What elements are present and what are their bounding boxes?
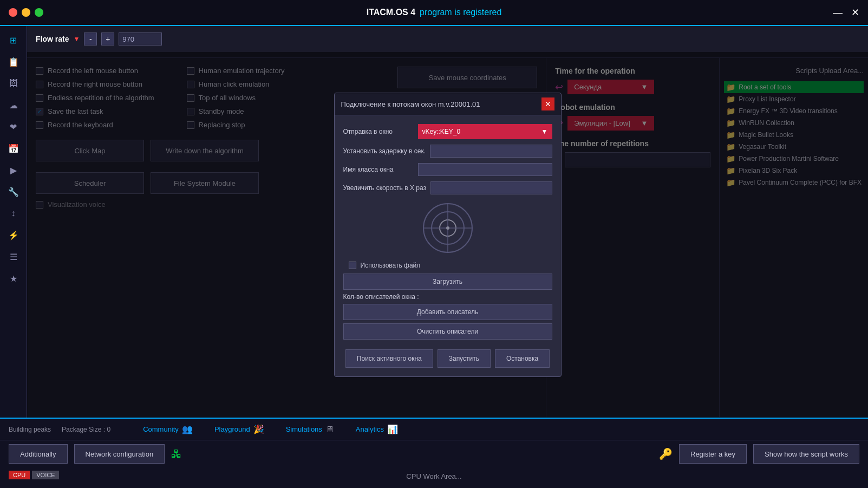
modal-clear-button[interactable]: Очистить описатели: [343, 323, 552, 340]
modal-delay-row: Установить задержку в сек.: [343, 145, 552, 158]
modal-search-button[interactable]: Поиск активного окна: [345, 349, 433, 368]
cpu-badge: CPU: [9, 471, 30, 479]
sidebar-icon-list[interactable]: ☰: [4, 247, 23, 266]
sidebar-icon-calendar[interactable]: 📅: [4, 139, 23, 158]
bottom-nav-items: Community 👥 Playground 🎉 Simulations 🖥 A…: [143, 424, 398, 434]
modal-class-row: Имя класса окна: [343, 163, 552, 176]
sidebar-icon-grid[interactable]: ⊞: [4, 30, 23, 50]
modal-body: Отправка в окно vKey::KEY_0 ▼ Установить…: [335, 115, 561, 376]
network-icon: 🖧: [171, 448, 182, 460]
modal-dialog: Подключение к потокам окон m.v.20001.01 …: [334, 93, 562, 377]
modal-header: Подключение к потокам окон m.v.20001.01 …: [335, 93, 561, 115]
playground-icon: 🎉: [253, 424, 264, 434]
flow-value-input[interactable]: [119, 32, 162, 45]
playground-label: Playground: [214, 425, 250, 433]
modal-use-file-row: Использовать файл: [343, 262, 552, 269]
crosshair-container: [343, 201, 552, 255]
modal-send-row: Отправка в окно vKey::KEY_0 ▼: [343, 124, 552, 139]
cpu-work-area-label: CPU Work Area...: [406, 472, 461, 480]
title-right-controls: — ✕: [833, 6, 859, 18]
modal-close-button[interactable]: ✕: [541, 97, 554, 110]
modal-class-input[interactable]: [418, 163, 552, 176]
sidebar-icon-image[interactable]: 🖼: [4, 74, 23, 93]
modal-speed-row: Увеличить скорость в X раз: [343, 181, 552, 194]
modal-use-file-checkbox[interactable]: [349, 262, 356, 269]
app-status: program is registered: [420, 8, 501, 17]
flow-rate-label: Flow rate: [36, 35, 69, 43]
maximize-dot[interactable]: [35, 8, 43, 17]
community-icon: 👥: [182, 424, 193, 434]
flow-plus-button[interactable]: +: [101, 32, 114, 45]
show-script-button[interactable]: Show how the script works: [753, 444, 859, 464]
title-bar: ITACM.OS 4 program is registered — ✕: [0, 0, 868, 26]
nav-community[interactable]: Community 👥: [143, 424, 193, 434]
modal-class-label: Имя класса окна: [343, 166, 414, 173]
nav-analytics[interactable]: Analytics 📊: [356, 424, 398, 434]
sidebar-icon-bolt[interactable]: ⚡: [4, 225, 23, 245]
modal-delay-input[interactable]: [430, 145, 552, 158]
modal-speed-label: Увеличить скорость в X раз: [343, 184, 426, 192]
package-size-label: Package Size : 0: [62, 426, 110, 433]
modal-title: Подключение к потокам окон m.v.20001.01: [341, 100, 480, 108]
modal-delay-label: Установить задержку в сек.: [343, 147, 426, 155]
sidebar-icon-play[interactable]: ▶: [4, 160, 23, 180]
voice-badge: VOICE: [32, 471, 59, 479]
analytics-icon: 📊: [387, 424, 398, 434]
title-center: ITACM.OS 4 program is registered: [367, 8, 502, 17]
minimize-dot[interactable]: [22, 8, 30, 17]
simulations-icon: 🖥: [325, 425, 334, 434]
sidebar-icon-heart[interactable]: ❤: [4, 117, 23, 136]
minimize-button[interactable]: —: [833, 7, 843, 18]
flow-rate-arrow: ▼: [73, 35, 80, 43]
modal-add-button[interactable]: Добавить описатель: [343, 304, 552, 320]
modal-count-label: Кол-во описателей окна :: [343, 293, 552, 301]
sidebar-icon-clipboard[interactable]: 📋: [4, 52, 23, 71]
window-controls: [9, 8, 43, 17]
modal-start-button[interactable]: Запустить: [438, 349, 491, 368]
modal-footer: Поиск активного окна Запустить Остановка: [343, 349, 552, 368]
modal-speed-input[interactable]: [430, 181, 552, 194]
close-dot[interactable]: [9, 8, 17, 17]
flow-minus-button[interactable]: -: [84, 32, 97, 45]
bottom-bar: Building peaks Package Size : 0 Communit…: [0, 418, 868, 488]
sidebar-icon-cloud[interactable]: ☁: [4, 95, 23, 115]
building-peaks-label: Building peaks: [9, 426, 51, 433]
close-button[interactable]: ✕: [851, 6, 859, 18]
additionally-button[interactable]: Additionally: [9, 444, 68, 464]
app-name: ITACM.OS 4: [367, 8, 415, 17]
analytics-label: Analytics: [356, 425, 384, 433]
modal-send-dropdown[interactable]: vKey::KEY_0 ▼: [418, 124, 552, 139]
crosshair-svg: [421, 201, 475, 255]
modal-overlay: Подключение к потокам окон m.v.20001.01 …: [27, 52, 868, 418]
key-icon: 🔑: [659, 447, 673, 460]
modal-send-label: Отправка в окно: [343, 128, 414, 135]
svg-point-5: [446, 226, 449, 230]
sidebar-icon-tools[interactable]: 🔧: [4, 182, 23, 201]
nav-playground[interactable]: Playground 🎉: [214, 424, 264, 434]
nav-simulations[interactable]: Simulations 🖥: [286, 424, 334, 434]
bottom-buttons-row: Additionally Network configuration 🖧 🔑 R…: [0, 440, 868, 467]
sidebar-icon-resize[interactable]: ↕: [4, 204, 23, 223]
modal-stop-button[interactable]: Остановка: [495, 349, 550, 368]
register-key-button[interactable]: Register a key: [679, 444, 747, 464]
network-config-button[interactable]: Network configuration: [74, 444, 165, 464]
sidebar-icon-star[interactable]: ★: [4, 269, 23, 288]
modal-load-button[interactable]: Загрузить: [343, 274, 552, 290]
simulations-label: Simulations: [286, 425, 322, 433]
modal-use-file-label: Использовать файл: [361, 262, 421, 269]
flow-rate-row: Flow rate ▼ - +: [36, 32, 859, 45]
community-label: Community: [143, 425, 179, 433]
bottom-top-row: Building peaks Package Size : 0 Communit…: [0, 419, 868, 440]
